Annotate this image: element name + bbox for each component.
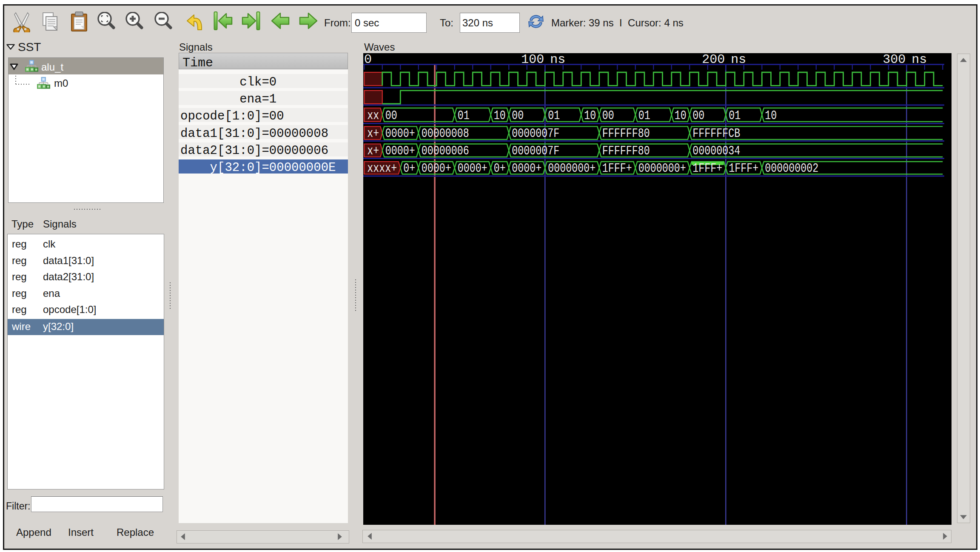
svg-text:01: 01 (729, 109, 741, 123)
svg-text:00: 00 (512, 109, 524, 123)
svg-text:0000007F: 0000007F (512, 127, 559, 141)
svg-text:0000+: 0000+ (385, 144, 415, 158)
svg-text:0000007F: 0000007F (512, 144, 559, 158)
svg-text:x+: x+ (367, 144, 379, 158)
svg-text:ns: ns (550, 53, 565, 67)
svg-text:FFFFFF80: FFFFFF80 (602, 127, 650, 141)
svg-text:xx: xx (367, 109, 379, 123)
svg-text:00: 00 (385, 109, 397, 123)
svg-text:10: 10 (494, 109, 506, 123)
svg-text:1FFF+: 1FFF+ (602, 162, 632, 176)
svg-text:100: 100 (521, 53, 544, 67)
svg-text:0000000+: 0000000+ (638, 162, 686, 176)
svg-text:FFFFFF80: FFFFFF80 (602, 144, 650, 158)
svg-text:00000034: 00000034 (692, 144, 740, 158)
svg-text:01: 01 (548, 109, 560, 123)
svg-text:0: 0 (364, 53, 372, 67)
svg-text:01: 01 (458, 109, 470, 123)
svg-text:1FFF+: 1FFF+ (692, 162, 722, 176)
svg-text:00: 00 (602, 109, 614, 123)
svg-text:0000+: 0000+ (422, 162, 451, 176)
svg-text:200: 200 (702, 53, 725, 67)
svg-text:FFFFFFCB: FFFFFFCB (692, 127, 740, 141)
svg-text:0000+: 0000+ (458, 162, 487, 176)
svg-text:0+: 0+ (494, 162, 506, 176)
svg-text:0000000+: 0000000+ (548, 162, 595, 176)
svg-text:01: 01 (638, 109, 650, 123)
svg-text:00000008: 00000008 (422, 127, 469, 141)
svg-text:300: 300 (883, 53, 906, 67)
svg-text:1FFF+: 1FFF+ (729, 162, 758, 176)
svg-text:0000+: 0000+ (385, 127, 415, 141)
svg-text:000000002: 000000002 (765, 162, 818, 176)
svg-text:10: 10 (584, 109, 596, 123)
svg-text:ns: ns (731, 53, 746, 67)
svg-text:x+: x+ (367, 127, 379, 141)
svg-text:00000006: 00000006 (422, 144, 469, 158)
svg-text:ns: ns (912, 53, 927, 67)
svg-text:xxxx+: xxxx+ (367, 162, 397, 176)
svg-text:00: 00 (692, 109, 704, 123)
svg-text:10: 10 (765, 109, 777, 123)
svg-text:0+: 0+ (403, 162, 415, 176)
svg-text:0000+: 0000+ (512, 162, 541, 176)
svg-text:10: 10 (675, 109, 687, 123)
